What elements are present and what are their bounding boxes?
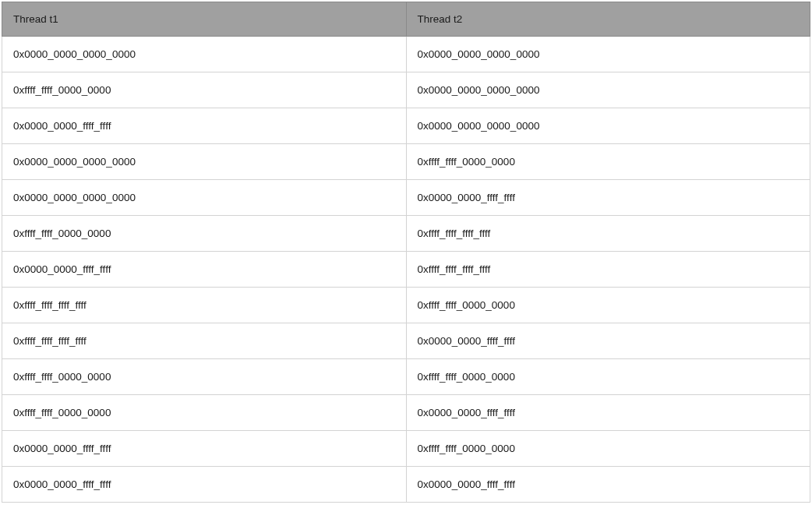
cell-t1: 0x0000_0000_ffff_ffff — [2, 467, 407, 503]
cell-t2: 0xffff_ffff_0000_0000 — [406, 144, 810, 180]
cell-t1: 0x0000_0000_ffff_ffff — [2, 252, 407, 288]
table-row: 0xffff_ffff_0000_0000 0xffff_ffff_ffff_f… — [2, 216, 810, 252]
table-row: 0xffff_ffff_ffff_ffff 0x0000_0000_ffff_f… — [2, 323, 810, 359]
cell-t1: 0xffff_ffff_ffff_ffff — [2, 323, 407, 359]
cell-t2: 0xffff_ffff_ffff_ffff — [406, 216, 810, 252]
cell-t1: 0xffff_ffff_0000_0000 — [2, 359, 407, 395]
cell-t2: 0x0000_0000_0000_0000 — [406, 37, 810, 72]
table-row: 0x0000_0000_0000_0000 0x0000_0000_0000_0… — [2, 37, 810, 72]
cell-t1: 0x0000_0000_ffff_ffff — [2, 431, 407, 467]
table-row: 0xffff_ffff_0000_0000 0xffff_ffff_0000_0… — [2, 359, 810, 395]
cell-t1: 0x0000_0000_0000_0000 — [2, 144, 407, 180]
table-row: 0x0000_0000_0000_0000 0xffff_ffff_0000_0… — [2, 144, 810, 180]
table-row: 0x0000_0000_0000_0000 0x0000_0000_ffff_f… — [2, 180, 810, 216]
cell-t2: 0x0000_0000_0000_0000 — [406, 72, 810, 108]
cell-t1: 0x0000_0000_0000_0000 — [2, 37, 407, 72]
table-row: 0x0000_0000_ffff_ffff 0xffff_ffff_0000_0… — [2, 431, 810, 467]
cell-t2: 0xffff_ffff_0000_0000 — [406, 359, 810, 395]
cell-t1: 0x0000_0000_0000_0000 — [2, 180, 407, 216]
column-header-t1: Thread t1 — [2, 2, 407, 37]
cell-t2: 0xffff_ffff_0000_0000 — [406, 431, 810, 467]
cell-t2: 0x0000_0000_0000_0000 — [406, 108, 810, 144]
cell-t1: 0xffff_ffff_0000_0000 — [2, 72, 407, 108]
cell-t1: 0xffff_ffff_0000_0000 — [2, 395, 407, 431]
cell-t2: 0xffff_ffff_0000_0000 — [406, 288, 810, 323]
cell-t2: 0x0000_0000_ffff_ffff — [406, 467, 810, 503]
cell-t2: 0xffff_ffff_ffff_ffff — [406, 252, 810, 288]
cell-t1: 0xffff_ffff_0000_0000 — [2, 216, 407, 252]
table-header-row: Thread t1 Thread t2 — [2, 2, 810, 37]
cell-t1: 0x0000_0000_ffff_ffff — [2, 108, 407, 144]
table-row: 0x0000_0000_ffff_ffff 0x0000_0000_ffff_f… — [2, 467, 810, 503]
cell-t2: 0x0000_0000_ffff_ffff — [406, 180, 810, 216]
thread-value-table: Thread t1 Thread t2 0x0000_0000_0000_000… — [2, 2, 810, 503]
column-header-t2: Thread t2 — [406, 2, 810, 37]
table-row: 0xffff_ffff_0000_0000 0x0000_0000_0000_0… — [2, 72, 810, 108]
cell-t2: 0x0000_0000_ffff_ffff — [406, 323, 810, 359]
table-row: 0x0000_0000_ffff_ffff 0xffff_ffff_ffff_f… — [2, 252, 810, 288]
table-row: 0xffff_ffff_0000_0000 0x0000_0000_ffff_f… — [2, 395, 810, 431]
table-row: 0x0000_0000_ffff_ffff 0x0000_0000_0000_0… — [2, 108, 810, 144]
cell-t2: 0x0000_0000_ffff_ffff — [406, 395, 810, 431]
cell-t1: 0xffff_ffff_ffff_ffff — [2, 288, 407, 323]
table-row: 0xffff_ffff_ffff_ffff 0xffff_ffff_0000_0… — [2, 288, 810, 323]
